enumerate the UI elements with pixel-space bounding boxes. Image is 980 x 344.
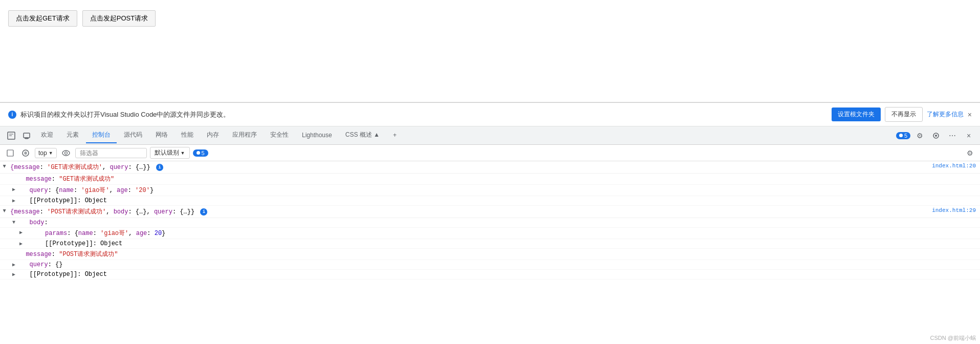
inspect-element-icon[interactable] (4, 128, 18, 143)
post-query-prop-key: query (30, 261, 48, 268)
tab-network[interactable]: 网络 (149, 127, 174, 143)
get-name-val: 'giao哥' (81, 187, 109, 194)
post-params-subentry[interactable]: ▶ params: {name: 'giao哥', age: 20} (0, 228, 980, 239)
get-query-key: query (110, 164, 128, 171)
post-source-link[interactable]: index.html:29 (924, 207, 976, 213)
get-message-subentry: message: "GET请求测试成功" (0, 174, 980, 185)
post-proto-subentry[interactable]: ▶ [[Prototype]]: Object (0, 270, 980, 280)
get-msg-key: message (14, 164, 39, 171)
context-chevron-icon: ▼ (49, 150, 53, 156)
learn-more-link[interactable]: 了解更多信息 (927, 110, 964, 119)
devtools-panel: i 标识项目的根文件夹以打开Visual Studio Code中的源文件并同步… (0, 102, 980, 344)
message-badge: 5 (896, 132, 910, 139)
post-message-subentry: message: "POST请求测试成功" (0, 249, 980, 260)
get-msg-prop-key: message (26, 176, 51, 183)
clear-console-button[interactable] (4, 147, 16, 159)
console-output: ▶ {message: 'GET请求测试成功', query: {…}} i i… (0, 161, 980, 344)
device-toolbar-icon[interactable] (19, 128, 34, 143)
info-banner: i 标识项目的根文件夹以打开Visual Studio Code中的源文件并同步… (0, 103, 980, 126)
filter-input[interactable] (75, 148, 147, 158)
post-body-proto-subentry[interactable]: ▶ [[Prototype]]: Object (0, 239, 980, 249)
post-query-subentry[interactable]: ▶ query: {} (0, 260, 980, 270)
console-entry-get[interactable]: ▶ {message: 'GET请求测试成功', query: {…}} i i… (0, 161, 980, 174)
expand-arrow-get[interactable]: ▶ (2, 165, 8, 168)
devtools-tab-bar: 欢迎 元素 控制台 源代码 网络 性能 内存 应用程序 安全性 Lighthou… (0, 126, 980, 145)
set-root-folder-button[interactable]: 设置根文件夹 (832, 107, 881, 121)
get-entry-content: {message: 'GET请求测试成功', query: {…}} i (10, 163, 924, 171)
close-devtools-icon[interactable]: × (962, 128, 976, 143)
post-params-key: params (45, 230, 67, 237)
post-entry-content: {message: 'POST请求测试成功', body: {…}, query… (10, 207, 924, 216)
watermark: CSDN @前端小蜗 (930, 334, 976, 342)
tab-memory[interactable]: 内存 (201, 127, 225, 143)
get-msg-val: 'GET请求测试成功' (47, 164, 102, 171)
tab-console[interactable]: 控制台 (86, 127, 117, 143)
get-proto-subentry[interactable]: ▶ [[Prototype]]: Object (0, 196, 980, 206)
tab-sources[interactable]: 源代码 (118, 127, 148, 143)
tab-css-overview[interactable]: CSS 概述 ▲ (339, 127, 386, 143)
tab-add[interactable]: + (387, 128, 403, 143)
post-body-expand-icon[interactable]: ▼ (12, 220, 15, 225)
post-info-icon: i (200, 208, 207, 216)
tab-performance[interactable]: 性能 (175, 127, 200, 143)
get-query-subentry[interactable]: ▶ query: {name: 'giao哥', age: '20'} (0, 185, 980, 196)
expand-arrow-post[interactable]: ▶ (2, 209, 8, 212)
svg-rect-1 (24, 133, 30, 138)
post-proto-expand-icon[interactable]: ▶ (12, 271, 15, 277)
get-proto-label: [[Prototype]]: Object (30, 197, 107, 204)
context-selector[interactable]: top ▼ (35, 148, 57, 158)
info-icon: i (8, 111, 16, 119)
get-source-link[interactable]: index.html:20 (924, 163, 976, 169)
post-msg-prop-val: "POST请求测试成功" (59, 251, 118, 258)
tab-security[interactable]: 安全性 (264, 127, 295, 143)
console-message-badge: 5 (193, 149, 208, 157)
tab-bar-right: 5 ⚙ ⋯ × (896, 128, 976, 143)
get-name-key: name (59, 187, 74, 194)
get-msg-prop-val: "GET请求测试成功" (59, 176, 114, 183)
post-body-key: body (114, 208, 128, 216)
tab-elements[interactable]: 元素 (60, 127, 85, 143)
post-age-key: age (136, 230, 147, 237)
post-msg-prop-key: message (26, 251, 51, 258)
log-level-selector[interactable]: 默认级别 ▼ (150, 147, 190, 159)
tab-lighthouse[interactable]: Lighthouse (296, 128, 338, 143)
level-chevron-icon: ▼ (181, 150, 185, 156)
post-request-button[interactable]: 点击发起POST请求 (82, 10, 156, 27)
banner-text: 标识项目的根文件夹以打开Visual Studio Code中的源文件并同步更改… (20, 110, 827, 119)
get-age-key: age (117, 187, 128, 194)
post-query-expand-icon[interactable]: ▶ (12, 262, 15, 268)
page-area: 点击发起GET请求 点击发起POST请求 (0, 0, 980, 102)
post-name-val: 'giao哥' (100, 230, 128, 237)
tab-welcome[interactable]: 欢迎 (35, 127, 59, 143)
post-params-expand-icon[interactable]: ▶ (19, 229, 23, 235)
eye-icon[interactable] (60, 147, 72, 159)
filter-icon[interactable] (19, 147, 32, 159)
svg-point-4 (935, 135, 937, 137)
page-buttons: 点击发起GET请求 点击发起POST请求 (8, 10, 972, 27)
post-msg-val: 'POST请求测试成功' (47, 208, 106, 216)
svg-point-10 (62, 150, 70, 156)
post-body-proto-label: [[Prototype]]: Object (45, 240, 122, 247)
svg-rect-5 (7, 150, 13, 156)
get-query-prop-key: query (30, 187, 48, 194)
dock-icon[interactable] (929, 128, 943, 143)
console-settings-icon[interactable]: ⚙ (964, 147, 976, 159)
banner-right: 了解更多信息 × (927, 110, 972, 119)
get-query-expand-icon[interactable]: ▶ (12, 186, 15, 192)
post-body-subentry[interactable]: ▼ body: (0, 218, 980, 228)
console-toolbar: top ▼ 默认级别 ▼ 5 ⚙ (0, 145, 980, 161)
post-proto-label: [[Prototype]]: Object (30, 271, 107, 278)
dont-show-button[interactable]: 不再显示 (885, 107, 923, 122)
more-options-icon[interactable]: ⋯ (945, 128, 960, 143)
banner-close-icon[interactable]: × (968, 111, 972, 119)
console-entry-post[interactable]: ▶ {message: 'POST请求测试成功', body: {…}, que… (0, 206, 980, 218)
tab-application[interactable]: 应用程序 (226, 127, 263, 143)
get-proto-expand-icon[interactable]: ▶ (12, 198, 15, 204)
get-request-button[interactable]: 点击发起GET请求 (8, 10, 77, 27)
settings-icon[interactable]: ⚙ (912, 128, 927, 143)
post-body-proto-expand-icon[interactable]: ▶ (19, 241, 23, 247)
post-query-key: query (154, 208, 172, 216)
post-age-val: 20 (155, 230, 162, 237)
post-name-key: name (78, 230, 93, 237)
get-age-val: '20' (135, 187, 150, 194)
